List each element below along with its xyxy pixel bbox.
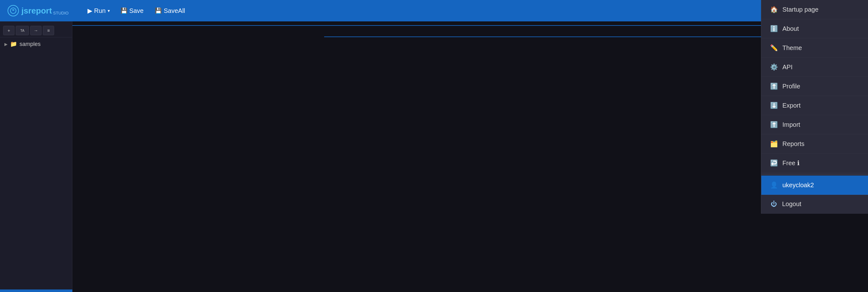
menu-item-user[interactable]: 👤 ukeycloak2	[761, 175, 868, 195]
menu-item-startup-page[interactable]: 🏠 Startup page	[761, 0, 868, 19]
save-icon: 💾	[121, 7, 127, 14]
menu-item-import[interactable]: ⬆️ Import	[761, 115, 868, 134]
user-icon: 👤	[770, 181, 778, 189]
home-icon: 🏠	[770, 6, 778, 13]
api-icon: ⚙️	[770, 63, 778, 71]
menu-item-export[interactable]: ⬇️ Export	[761, 96, 868, 115]
save-label: Save	[129, 7, 144, 14]
logo-text: jsreport	[22, 6, 52, 16]
menu-label-reports: Reports	[782, 140, 804, 148]
chevron-icon: ▶	[4, 42, 7, 46]
save-button[interactable]: 💾 Save	[116, 5, 148, 17]
saveall-icon: 💾	[155, 7, 162, 14]
sidebar-bottom-bar	[0, 290, 72, 292]
menu-item-api[interactable]: ⚙️ API	[761, 58, 868, 77]
logo-studio: STUDIO	[53, 11, 69, 15]
sidebar-item-samples[interactable]: ▶ 📁 samples	[0, 39, 72, 50]
saveall-label: SaveAll	[164, 7, 185, 14]
info-icon: ℹ️	[770, 25, 778, 32]
run-dropdown-icon: ▾	[107, 8, 110, 13]
profile-icon: ⬆️	[770, 83, 778, 90]
export-icon: ⬇️	[770, 102, 778, 109]
free-icon: ↩️	[770, 159, 778, 167]
play-icon: ▶	[88, 7, 92, 14]
main-divider-top	[72, 25, 761, 26]
saveall-button[interactable]: 💾 SaveAll	[150, 5, 189, 17]
menu-label-startup-page: Startup page	[782, 6, 818, 13]
logout-icon: ⏻	[770, 200, 778, 208]
menu-label-free: Free ℹ	[782, 159, 800, 167]
logo: jsreport STUDIO	[7, 5, 69, 17]
menu-item-logout[interactable]: ⏻ Logout	[761, 195, 868, 214]
menu-divider	[761, 174, 868, 174]
folder-icon: 📁	[10, 41, 17, 47]
main-content	[72, 22, 868, 292]
text-add-button[interactable]: TA	[16, 26, 29, 35]
sidebar-toolbar: + TA → ≡	[0, 24, 72, 37]
menu-item-theme[interactable]: ✏️ Theme	[761, 38, 868, 58]
navbar-actions: ▶ Run ▾ 💾 Save 💾 SaveAll	[84, 5, 189, 17]
menu-item-reports[interactable]: 🗂️ Reports	[761, 134, 868, 154]
menu-label-user: ukeycloak2	[782, 182, 814, 189]
menu-item-free[interactable]: ↩️ Free ℹ	[761, 154, 868, 173]
run-button[interactable]: ▶ Run ▾	[84, 5, 114, 17]
import-icon: ⬆️	[770, 121, 778, 128]
menu-label-import: Import	[782, 121, 800, 128]
menu-button[interactable]: ≡	[43, 26, 54, 35]
menu-label-about: About	[782, 25, 799, 32]
menu-label-api: API	[782, 64, 793, 71]
dropdown-menu: 🏠 Startup page ℹ️ About ✏️ Theme ⚙️ API …	[761, 0, 868, 214]
sidebar: + TA → ≡ ▶ 📁 samples	[0, 22, 72, 292]
menu-label-theme: Theme	[782, 44, 802, 52]
navigate-button[interactable]: →	[30, 26, 41, 35]
reports-icon: 🗂️	[770, 140, 778, 148]
run-label: Run	[94, 7, 106, 14]
menu-label-profile: Profile	[782, 83, 800, 90]
menu-label-export: Export	[782, 102, 801, 109]
menu-label-logout: Logout	[782, 200, 801, 208]
menu-item-profile[interactable]: ⬆️ Profile	[761, 77, 868, 96]
logo-icon	[7, 5, 19, 17]
theme-icon: ✏️	[770, 44, 778, 52]
navbar: jsreport STUDIO ▶ Run ▾ 💾 Save 💾 SaveAll…	[0, 0, 868, 22]
sidebar-item-label: samples	[20, 41, 40, 47]
add-button[interactable]: +	[3, 26, 14, 35]
menu-item-about[interactable]: ℹ️ About	[761, 19, 868, 38]
